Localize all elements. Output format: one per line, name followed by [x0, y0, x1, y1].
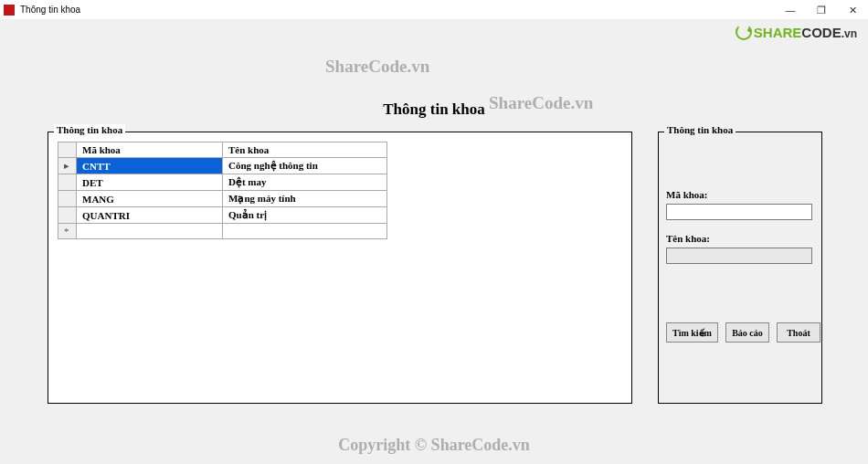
page-title: Thông tin khoa — [0, 100, 868, 119]
window-title: Thông tin khoa — [20, 5, 80, 15]
sharecode-logo: SHARECODE.vn — [736, 24, 857, 40]
row-indicator-icon: ▸ — [58, 158, 77, 174]
cell-ten-empty[interactable] — [223, 224, 387, 239]
exit-button[interactable]: Thoát — [777, 322, 820, 343]
group-right-legend: Thông tin khoa — [664, 124, 736, 135]
button-row: Tìm kiếm Báo cáo Thoát — [666, 322, 820, 343]
logo-swirl-icon — [736, 24, 752, 40]
row-indicator-blank — [58, 174, 77, 191]
table-row[interactable]: DET Dệt may — [58, 174, 387, 191]
table-new-row[interactable]: * — [58, 224, 387, 239]
report-button[interactable]: Báo cáo — [725, 322, 769, 343]
ten-khoa-label: Tên khoa: — [666, 233, 710, 244]
logo-code: CODE — [801, 25, 841, 40]
search-button[interactable]: Tìm kiếm — [666, 322, 718, 343]
table-row[interactable]: MANG Mạng máy tính — [58, 191, 387, 207]
cell-ma-empty[interactable] — [77, 224, 223, 239]
client-area: SHARECODE.vn ShareCode.vn ShareCode.vn T… — [0, 20, 868, 464]
window-controls: — ❐ ✕ — [775, 0, 868, 20]
close-button[interactable]: ✕ — [837, 0, 868, 20]
row-indicator-blank — [58, 191, 77, 207]
table-row[interactable]: QUANTRI Quản trị — [58, 207, 387, 224]
cell-ten[interactable]: Công nghệ thông tin — [223, 158, 387, 174]
ma-khoa-input[interactable] — [666, 204, 812, 220]
khoa-grid[interactable]: Mã khoa Tên khoa ▸ CNTT Công nghệ thông … — [58, 142, 387, 239]
logo-share: SHARE — [754, 25, 802, 40]
row-indicator-blank — [58, 207, 77, 224]
window-titlebar: Thông tin khoa — ❐ ✕ — [0, 0, 868, 20]
watermark-top: ShareCode.vn — [325, 57, 429, 77]
maximize-button[interactable]: ❐ — [806, 0, 837, 20]
group-left: Thông tin khoa Mã khoa Tên khoa ▸ CNTT C… — [48, 132, 632, 404]
new-row-indicator-icon: * — [58, 224, 77, 239]
cell-ma[interactable]: DET — [77, 174, 223, 191]
cell-ten[interactable]: Quản trị — [223, 207, 387, 224]
group-left-legend: Thông tin khoa — [54, 124, 125, 135]
col-header-ma[interactable]: Mã khoa — [77, 142, 223, 158]
cell-ma[interactable]: CNTT — [77, 158, 223, 174]
app-icon — [4, 5, 15, 16]
col-header-ten[interactable]: Tên khoa — [223, 142, 387, 158]
watermark-footer: Copyright © ShareCode.vn — [0, 436, 868, 455]
ma-khoa-label: Mã khoa: — [666, 189, 708, 200]
cell-ma[interactable]: MANG — [77, 191, 223, 207]
cell-ten[interactable]: Dệt may — [223, 174, 387, 191]
cell-ma[interactable]: QUANTRI — [77, 207, 223, 224]
logo-tld: .vn — [842, 27, 857, 40]
table-row[interactable]: ▸ CNTT Công nghệ thông tin — [58, 158, 387, 174]
grid-header-row: Mã khoa Tên khoa — [58, 142, 387, 158]
cell-ten[interactable]: Mạng máy tính — [223, 191, 387, 207]
ten-khoa-input[interactable] — [666, 248, 812, 264]
minimize-button[interactable]: — — [775, 0, 806, 20]
group-right: Thông tin khoa Mã khoa: Tên khoa: Tìm ki… — [658, 132, 822, 404]
row-header-blank — [58, 142, 77, 158]
